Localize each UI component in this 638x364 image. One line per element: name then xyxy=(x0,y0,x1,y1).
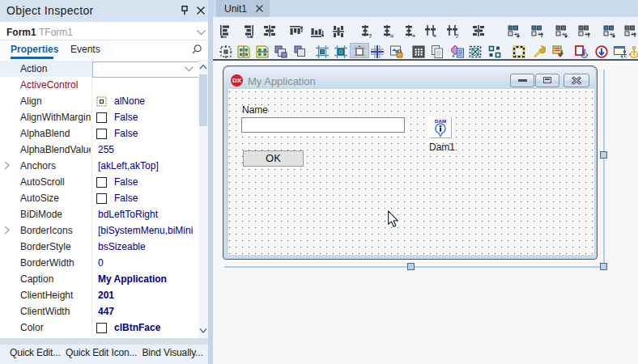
svg-text:?: ? xyxy=(455,33,458,39)
svg-text:+: + xyxy=(433,33,436,39)
svg-text:+: + xyxy=(412,33,415,38)
svg-text:DAM: DAM xyxy=(435,118,446,124)
svg-text:?: ? xyxy=(368,33,372,38)
svg-text:=: = xyxy=(390,33,393,38)
